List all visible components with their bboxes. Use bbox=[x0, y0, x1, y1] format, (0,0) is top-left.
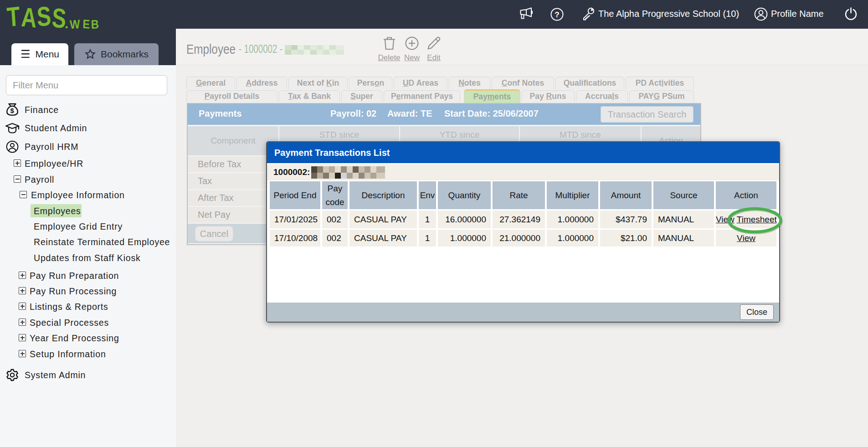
svg-text:S: S bbox=[36, 0, 52, 29]
svg-text:.: . bbox=[65, 16, 68, 29]
svg-text:?: ? bbox=[555, 10, 559, 19]
svg-text:T: T bbox=[6, 0, 21, 29]
svg-text:E: E bbox=[82, 17, 90, 29]
svg-text:W: W bbox=[69, 17, 80, 29]
svg-text:B: B bbox=[91, 17, 99, 29]
svg-text:$: $ bbox=[10, 107, 14, 114]
svg-text:A: A bbox=[21, 1, 37, 29]
